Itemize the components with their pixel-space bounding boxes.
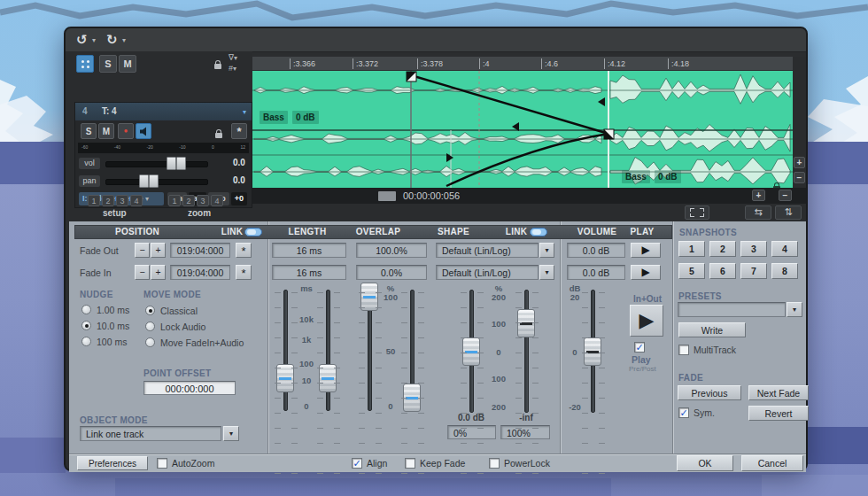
presets-caret-button[interactable]: ▾ xyxy=(787,302,802,317)
fade-out-overlap-field[interactable]: 100.0% xyxy=(356,243,427,258)
keep-fade-checkbox[interactable] xyxy=(405,458,415,469)
track-star-button[interactable]: * xyxy=(231,123,247,139)
timeline-ruler[interactable]: :3.366 :3.372 :3.378 :4 :4.6 :4.12 :4.18 xyxy=(252,57,793,71)
powerlock-checkbox[interactable] xyxy=(489,458,500,469)
fade-in-shape-select[interactable]: Default (Lin/Log) xyxy=(436,265,539,280)
align-checkbox[interactable]: ✓ xyxy=(352,458,362,469)
fade-in-minus-button[interactable]: − xyxy=(135,265,150,280)
fade-in-position-field[interactable]: 019:04:000 xyxy=(170,265,230,280)
fade-in-overlap-field[interactable]: 0.0% xyxy=(356,265,427,280)
fit-view-button[interactable] xyxy=(685,205,709,220)
position-link-toggle[interactable] xyxy=(244,228,262,236)
track-monitor-button[interactable] xyxy=(136,123,151,139)
undo-dropdown-icon[interactable]: ▾ xyxy=(92,36,96,44)
object-grid-button[interactable] xyxy=(76,55,94,73)
move-mode-lock-audio-radio[interactable] xyxy=(145,322,155,331)
fade-in-play-button[interactable]: ▶ xyxy=(631,265,661,280)
fade-in-shape-caret[interactable]: ▾ xyxy=(539,265,554,280)
setup-preset-4[interactable]: 4 xyxy=(130,195,143,206)
fade-out-shape-handle[interactable] xyxy=(462,337,480,366)
multitrack-checkbox[interactable] xyxy=(678,345,689,355)
fade-in-plus-button[interactable]: + xyxy=(151,265,166,280)
vertical-zoom-in-button[interactable]: + xyxy=(794,157,805,168)
track-collapse-icon[interactable]: ▾ xyxy=(243,104,246,121)
track-mute-button[interactable]: M xyxy=(98,123,114,139)
move-mode-classical-radio[interactable] xyxy=(145,306,155,315)
filter-icon[interactable]: ∇▾ xyxy=(229,53,237,62)
scrollbar-thumb[interactable] xyxy=(378,191,396,201)
fade-in-shape-slider[interactable] xyxy=(524,290,529,413)
fade-in-snap-button[interactable]: * xyxy=(236,265,252,280)
previous-fade-button[interactable]: Previous xyxy=(678,385,741,400)
fade-in-shape-handle[interactable] xyxy=(517,309,535,337)
snapshot-5-button[interactable]: 5 xyxy=(678,263,705,279)
track-lock-icon[interactable] xyxy=(215,126,222,142)
fade-in-length-slider[interactable] xyxy=(326,290,330,411)
vertical-zoom-out-button[interactable]: − xyxy=(794,172,805,183)
ok-button[interactable]: OK xyxy=(677,455,733,471)
object-mode-caret-button[interactable]: ▾ xyxy=(223,426,239,441)
solo-button-global[interactable]: S xyxy=(99,55,117,73)
fade-out-minus-button[interactable]: − xyxy=(135,243,150,258)
snapshot-2-button[interactable]: 2 xyxy=(709,241,736,257)
flip-vertical-button[interactable]: ⇅ xyxy=(775,205,802,220)
fade-out-snap-button[interactable]: * xyxy=(236,243,252,258)
redo-icon[interactable]: ↻ xyxy=(106,30,118,50)
write-button[interactable]: Write xyxy=(678,322,746,337)
fade-out-volume-field[interactable]: 0.0 dB xyxy=(567,243,625,258)
fade-out-length-slider[interactable] xyxy=(283,290,288,411)
track-solo-button[interactable]: S xyxy=(81,123,97,139)
revert-button[interactable]: Revert xyxy=(748,406,809,421)
horizontal-zoom-in-button[interactable]: + xyxy=(752,190,765,201)
preferences-button[interactable]: Preferences xyxy=(77,456,148,470)
in-out-play-button[interactable]: ▶ xyxy=(630,305,663,337)
play-prepost-checkbox[interactable]: ✓ xyxy=(634,342,645,353)
move-mode-fadein-audio-radio[interactable] xyxy=(145,337,155,347)
fade-out-shape-caret[interactable]: ▾ xyxy=(539,243,554,258)
track-title-bar[interactable]: 4 T: 4 ▾ xyxy=(75,103,252,120)
zoom-preset-2[interactable]: 2 xyxy=(182,195,195,206)
snapshot-1-button[interactable]: 1 xyxy=(678,241,705,257)
swap-fades-button[interactable]: ⇆ xyxy=(745,205,771,220)
mute-button-global[interactable]: M xyxy=(119,55,136,73)
fade-out-plus-button[interactable]: + xyxy=(151,243,166,258)
snapshot-6-button[interactable]: 6 xyxy=(709,263,736,279)
point-offset-field[interactable]: 000:00:000 xyxy=(143,381,236,395)
nudge-1ms-radio[interactable] xyxy=(81,305,91,314)
autozoom-checkbox[interactable] xyxy=(157,458,167,469)
lock-icon[interactable] xyxy=(214,57,221,73)
fade-in-volume-field[interactable]: 0.0 dB xyxy=(567,265,625,280)
vol-slider-handle[interactable] xyxy=(167,157,176,170)
zoom-preset-3[interactable]: 3 xyxy=(197,195,209,206)
snapshot-4-button[interactable]: 4 xyxy=(771,241,798,257)
fade-out-length-field[interactable]: 16 ms xyxy=(272,243,346,258)
zoom-preset-1[interactable]: 1 xyxy=(168,195,181,206)
fade-out-play-button[interactable]: ▶ xyxy=(631,243,661,258)
snapshot-3-button[interactable]: 3 xyxy=(740,241,767,257)
fade-out-position-field[interactable]: 019:04:000 xyxy=(170,243,230,258)
setup-preset-1[interactable]: 1 xyxy=(88,195,100,206)
object-mode-select[interactable]: Link one track xyxy=(80,426,221,441)
cancel-button[interactable]: Cancel xyxy=(741,455,803,471)
next-fade-button[interactable]: Next Fade xyxy=(748,385,809,400)
grid-menu-icon[interactable]: #▾ xyxy=(229,64,236,73)
zoom-preset-4[interactable]: 4 xyxy=(211,195,223,206)
track-record-button[interactable]: ● xyxy=(118,123,134,139)
setup-preset-2[interactable]: 2 xyxy=(102,195,114,206)
horizontal-zoom-out-button[interactable]: − xyxy=(779,190,792,201)
sym-checkbox[interactable]: ✓ xyxy=(678,407,689,418)
snapshot-8-button[interactable]: 8 xyxy=(771,263,798,279)
crossfade-volume-handle[interactable] xyxy=(584,337,601,366)
vol-slider-handle[interactable] xyxy=(176,157,186,170)
shape-link-toggle[interactable] xyxy=(530,228,547,236)
transpose-value[interactable]: +0 xyxy=(231,192,247,205)
nudge-10ms-radio[interactable] xyxy=(81,321,91,330)
setup-preset-3[interactable]: 3 xyxy=(116,195,128,206)
waveform-display[interactable]: :3.366 :3.372 :3.378 :4 :4.6 :4.12 :4.18… xyxy=(252,57,793,188)
vol-slider[interactable] xyxy=(105,161,208,167)
redo-dropdown-icon[interactable]: ▾ xyxy=(122,36,126,44)
nudge-100ms-radio[interactable] xyxy=(81,337,91,346)
shape-right-field[interactable]: 100% xyxy=(500,425,550,439)
pan-slider-handle[interactable] xyxy=(139,174,149,188)
fade-in-length-field[interactable]: 16 ms xyxy=(272,265,346,280)
